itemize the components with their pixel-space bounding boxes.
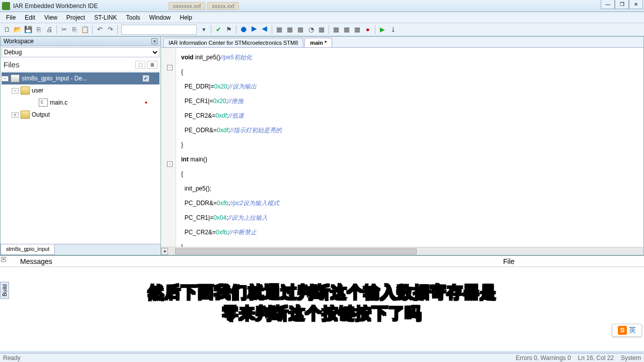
bg-tab[interactable]: xxxxx.xxf — [207, 2, 239, 10]
separator — [272, 25, 272, 34]
collapse-icon[interactable]: − — [2, 76, 9, 81]
scroll-thumb[interactable] — [175, 248, 417, 254]
menubar: File Edit View Project ST-LINK Tools Win… — [0, 12, 644, 23]
h-scrollbar[interactable]: ◂ — [161, 247, 643, 255]
bookmark-icon[interactable]: ⯃ — [238, 25, 249, 35]
flag-icon[interactable]: ⚑ — [224, 25, 234, 35]
minimize-button[interactable]: — — [601, 0, 615, 9]
editor-body: − − void init_pe5()//pe5初始化 { PE_DDR|=0x… — [161, 48, 643, 247]
ime-lang: 英 — [629, 326, 636, 335]
menu-project[interactable]: Project — [62, 13, 89, 22]
icon[interactable]: ▦ — [331, 25, 341, 35]
window-title: IAR Embedded Workbench IDE — [13, 3, 98, 10]
save-icon[interactable]: 💾 — [23, 25, 33, 35]
cut-icon[interactable]: ✂ — [59, 25, 69, 35]
close-button[interactable]: ✕ — [629, 0, 643, 9]
status-bar: Ready Errors 0, Warnings 0 Ln 16, Col 22… — [0, 353, 644, 362]
undo-icon[interactable]: ↶ — [95, 25, 105, 35]
menu-tools[interactable]: Tools — [122, 13, 144, 22]
editor-tab-info[interactable]: IAR Information Center for STMicroelectr… — [163, 38, 303, 47]
check-icon[interactable]: ✔ — [213, 25, 223, 35]
ime-icon: S — [618, 326, 627, 335]
status-ready: Ready — [3, 354, 21, 361]
bg-tab[interactable]: xxxxxxx.xxf — [169, 2, 206, 10]
col-file[interactable]: File — [503, 257, 515, 265]
fold-icon[interactable]: − — [167, 161, 173, 167]
config-dropdown[interactable]: Debug — [2, 47, 159, 57]
app-icon — [2, 2, 10, 10]
copy-icon[interactable]: ⎘ — [69, 25, 79, 35]
column-icon[interactable]: ⬚ — [135, 61, 145, 69]
tree-label: main.c — [50, 99, 67, 106]
debug-icon[interactable]: ▦ — [316, 25, 327, 35]
stop-icon[interactable]: ● — [363, 25, 373, 35]
expand-icon[interactable]: + — [12, 112, 19, 118]
workspace-title: Workspace — [4, 38, 34, 45]
compile-icon[interactable]: ▦ — [274, 25, 284, 35]
workspace-panel: Workspace ✕ Debug Files ⬚ ⊞ − stm8s_gpio… — [0, 36, 161, 255]
make-icon[interactable]: ▦ — [285, 25, 295, 35]
editor-tab-main[interactable]: main * — [304, 38, 332, 47]
tree-label: stm8s_gpio_input - De... — [22, 75, 87, 82]
bookmark-next-icon[interactable]: ⯈ — [249, 25, 259, 35]
bookmark-prev-icon[interactable]: ⯇ — [260, 25, 270, 35]
icon[interactable]: ▦ — [342, 25, 352, 35]
workspace-titlebar: Workspace ✕ — [1, 37, 160, 46]
col-messages[interactable]: Messages — [0, 257, 503, 265]
workspace-tabs: stm8s_gpio_input — [1, 244, 160, 255]
separator — [92, 25, 93, 34]
scroll-left-icon[interactable]: ◂ — [161, 248, 168, 255]
menu-view[interactable]: View — [40, 13, 61, 22]
separator — [329, 25, 329, 34]
c-file-icon — [39, 99, 48, 107]
menu-window[interactable]: Window — [145, 13, 175, 22]
search-combo[interactable] — [121, 25, 197, 35]
icon[interactable]: ▦ — [352, 25, 362, 35]
separator — [236, 25, 236, 34]
save-all-icon[interactable]: ⎘ — [34, 25, 44, 35]
menu-stlink[interactable]: ST-LINK — [90, 13, 121, 22]
messages-header: Messages File — [0, 256, 644, 267]
ime-badge[interactable]: S 英 — [612, 324, 642, 337]
download-icon[interactable]: ⤓ — [388, 25, 398, 35]
redo-icon[interactable]: ↷ — [105, 25, 115, 35]
new-icon[interactable]: 🗋 — [2, 25, 12, 35]
tree-root[interactable]: − stm8s_gpio_input - De... ✔ — [2, 72, 159, 84]
folder-icon — [21, 86, 30, 95]
collapse-icon[interactable]: − — [12, 88, 19, 94]
tree-folder-user[interactable]: − user — [2, 84, 159, 97]
close-icon[interactable]: ✕ — [1, 257, 6, 262]
check-icon: ✔ — [142, 75, 149, 82]
close-icon[interactable]: ✕ — [151, 38, 157, 44]
workspace-tab[interactable]: stm8s_gpio_input — [1, 244, 55, 255]
paste-icon[interactable]: 📋 — [80, 25, 90, 35]
messages-panel: ✕ Messages File — [0, 255, 644, 351]
messages-body — [0, 267, 644, 351]
main-area: Workspace ✕ Debug Files ⬚ ⊞ − stm8s_gpio… — [0, 36, 644, 255]
download-debug-icon[interactable]: ▶ — [377, 25, 387, 35]
modified-marker: • — [145, 99, 151, 107]
separator — [211, 25, 211, 34]
tree-folder-output[interactable]: + Output — [2, 109, 159, 121]
menu-file[interactable]: File — [2, 13, 20, 22]
separator — [117, 25, 118, 34]
menu-help[interactable]: Help — [176, 13, 196, 22]
gutter: − − — [161, 48, 176, 247]
fold-icon[interactable]: − — [167, 65, 173, 70]
tree-label: user — [32, 87, 43, 94]
files-header: Files ⬚ ⊞ — [1, 58, 160, 71]
build-tab[interactable]: Build — [0, 282, 9, 299]
stop-build-icon[interactable]: ▦ — [295, 25, 305, 35]
open-icon[interactable]: 📂 — [13, 25, 23, 35]
menu-edit[interactable]: Edit — [21, 13, 39, 22]
file-tree: − stm8s_gpio_input - De... ✔ − user main… — [1, 71, 160, 244]
dropdown-icon[interactable]: ▾ — [199, 25, 209, 35]
tree-file-main[interactable]: main.c • — [2, 97, 159, 109]
titlebar: IAR Embedded Workbench IDE xxxxxxx.xxf x… — [0, 0, 644, 12]
print-icon[interactable]: 🖨 — [44, 25, 54, 35]
separator — [375, 25, 375, 34]
column-icon[interactable]: ⊞ — [147, 61, 157, 69]
code-area[interactable]: void init_pe5()//pe5初始化 { PE_DDR|=0x20;/… — [176, 48, 643, 247]
toggle-bp-icon[interactable]: ◔ — [306, 25, 316, 35]
maximize-button[interactable]: ❐ — [615, 0, 629, 9]
